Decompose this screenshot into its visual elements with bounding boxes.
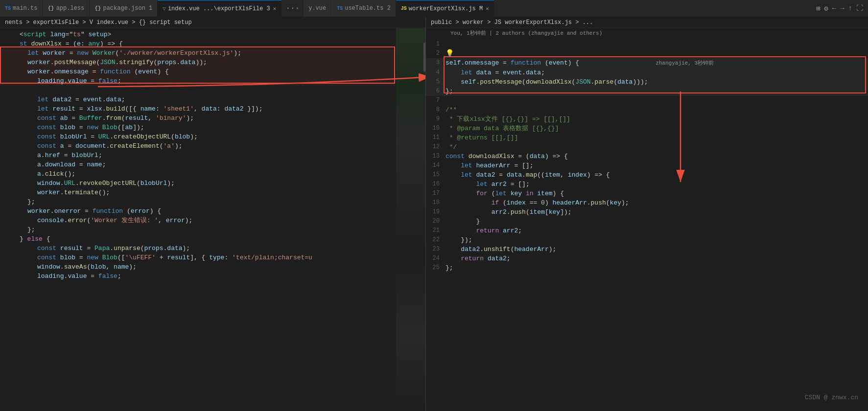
tab-worker-export[interactable]: JS workerExportXlsx.js M ✕ bbox=[396, 0, 494, 17]
code-line-r21: 21 return arr2; bbox=[426, 226, 868, 235]
code-line-r2: 2 💡 bbox=[426, 49, 868, 58]
right-code-area[interactable]: 1 2 💡 3 self.onmessage = function (event… bbox=[426, 38, 868, 411]
close-tab-worker[interactable]: ✕ bbox=[486, 5, 489, 12]
line-num-r10: 10 bbox=[426, 124, 444, 133]
vue-icon: ▽ bbox=[163, 5, 166, 12]
line-content-r17: for (let key in item) { bbox=[444, 189, 868, 198]
tab-y-vue[interactable]: y.vue bbox=[304, 0, 331, 17]
line-num bbox=[0, 151, 18, 160]
ts-icon: TS bbox=[5, 6, 11, 11]
line-content-r20: } bbox=[444, 217, 868, 226]
line-content-r9: * 下载xlsx文件 [{},{}] => [[],[]] bbox=[444, 114, 868, 124]
code-line: worker.postMessage(JSON.stringify(props.… bbox=[0, 58, 395, 67]
tab-index-vue[interactable]: ▽ index.vue ...\exportXlsFile 3 ✕ bbox=[158, 0, 282, 17]
line-num bbox=[0, 262, 18, 272]
split-editor-icon[interactable]: ⊞ bbox=[816, 4, 820, 13]
fullscreen-icon[interactable]: ⛶ bbox=[856, 4, 863, 12]
line-content-r3: self.onmessage = function (event) { zhan… bbox=[444, 58, 868, 68]
right-tabs: TS useTable.ts 2 JS workerExportXlsx.js … bbox=[332, 0, 494, 17]
line-num bbox=[0, 188, 18, 197]
minimap bbox=[396, 28, 425, 411]
code-line: const blobUrl = URL.createObjectURL(blob… bbox=[0, 132, 395, 141]
right-editor: public > worker > JS workerExportXlsx.js… bbox=[426, 17, 868, 411]
code-line-r19: 19 arr2.push(item[key]); bbox=[426, 207, 868, 217]
line-num-r5: 5 bbox=[426, 77, 444, 87]
line-num bbox=[0, 141, 18, 151]
line-num-r11: 11 bbox=[426, 133, 444, 142]
line-num bbox=[0, 197, 18, 206]
breadcrumb-text: nents > exportXlsFile > V index.vue > {}… bbox=[5, 19, 192, 26]
line-num bbox=[0, 225, 18, 234]
line-content: const a = document.createElement('a'); bbox=[18, 141, 395, 151]
line-num-r17: 17 bbox=[426, 189, 444, 198]
line-num bbox=[0, 132, 18, 141]
ts-icon-right: TS bbox=[337, 6, 343, 11]
less-icon: {} bbox=[47, 5, 54, 11]
tab-more-btn[interactable]: ··· bbox=[282, 0, 304, 17]
code-line-r4: 4 let data = event.data; bbox=[426, 68, 868, 77]
code-line-r5: 5 self.postMessage(downloadXlsx(JSON.par… bbox=[426, 77, 868, 87]
line-content-r6: }; bbox=[444, 87, 868, 96]
code-line-r20: 20 } bbox=[426, 217, 868, 226]
line-content: window.URL.revokeObjectURL(blobUrl); bbox=[18, 179, 395, 188]
line-content-r13: const downloadXlsx = (data) => { bbox=[444, 152, 868, 161]
line-num bbox=[0, 95, 18, 104]
line-content-r24: return data2; bbox=[444, 254, 868, 263]
blame-bar: You, 1秒钟前 | 2 authors (zhangyajie and ot… bbox=[426, 28, 868, 38]
line-content: const blobUrl = URL.createObjectURL(blob… bbox=[18, 132, 395, 141]
code-line bbox=[0, 86, 395, 95]
code-line: loading.value = false; bbox=[0, 272, 395, 281]
line-num-r20: 20 bbox=[426, 217, 444, 226]
left-lines: <script lang="ts" setup> st downXlsx = (… bbox=[0, 28, 425, 281]
more-icon: ··· bbox=[285, 4, 300, 13]
line-num bbox=[0, 58, 18, 67]
cloud-icon[interactable]: ↑ bbox=[848, 4, 852, 12]
line-num-r24: 24 bbox=[426, 254, 444, 263]
line-content: let worker = new Worker('./worker/worker… bbox=[18, 48, 395, 58]
line-num bbox=[0, 216, 18, 225]
code-line: st downXlsx = (e: any) => { bbox=[0, 39, 395, 48]
code-line-r23: 23 data2.unshift(headerArr); bbox=[426, 245, 868, 254]
code-line-r3: 3 self.onmessage = function (event) { zh… bbox=[426, 58, 868, 68]
tab-y-vue-label: y.vue bbox=[308, 5, 326, 12]
code-line: let worker = new Worker('./worker/worker… bbox=[0, 48, 395, 58]
close-tab-index-vue[interactable]: ✕ bbox=[273, 5, 277, 12]
code-line-r24: 24 return data2; bbox=[426, 254, 868, 263]
settings-icon[interactable]: ⚙ bbox=[824, 4, 828, 13]
tab-index-vue-label: index.vue ...\exportXlsFile 3 bbox=[168, 5, 270, 12]
back-icon[interactable]: ← bbox=[832, 4, 836, 12]
code-line: }; bbox=[0, 225, 395, 234]
json-icon: {} bbox=[94, 5, 101, 11]
watermark-text: CSDN @ znwx.cn bbox=[805, 394, 858, 401]
tab-app-less[interactable]: {} app.less bbox=[43, 0, 90, 17]
tab-usetable[interactable]: TS useTable.ts 2 bbox=[332, 0, 396, 17]
line-content: worker.onerror = function (error) { bbox=[18, 206, 395, 216]
line-content: const result = Papa.unparse(props.data); bbox=[18, 244, 395, 253]
line-content-r22: }); bbox=[444, 235, 868, 245]
tab-main-ts[interactable]: TS main.ts bbox=[0, 0, 43, 17]
left-breadcrumb: nents > exportXlsFile > V index.vue > {}… bbox=[0, 17, 425, 28]
code-line-r1: 1 bbox=[426, 40, 868, 49]
code-line: window.saveAs(blob, name); bbox=[0, 262, 395, 272]
code-line: worker.terminate(); bbox=[0, 188, 395, 197]
left-code-area[interactable]: <script lang="ts" setup> st downXlsx = (… bbox=[0, 28, 425, 411]
tab-package-json-label: package.json 1 bbox=[103, 5, 152, 12]
line-num bbox=[0, 253, 18, 262]
line-content-r1 bbox=[444, 40, 868, 49]
line-content: worker.terminate(); bbox=[18, 188, 395, 197]
tab-package-json[interactable]: {} package.json 1 bbox=[90, 0, 158, 17]
line-num bbox=[0, 104, 18, 114]
line-content: worker.postMessage(JSON.stringify(props.… bbox=[18, 58, 395, 67]
tab-bar: TS main.ts {} app.less {} package.json 1… bbox=[0, 0, 868, 17]
line-content: }; bbox=[18, 197, 395, 206]
line-content-r4: let data = event.data; bbox=[444, 68, 868, 77]
forward-icon[interactable]: → bbox=[840, 4, 844, 12]
code-line-r15: 15 let data2 = data.map((item, index) =>… bbox=[426, 170, 868, 180]
code-line: console.error('Worker 发生错误: ', error); bbox=[0, 216, 395, 225]
code-line: loading.value = false; bbox=[0, 76, 395, 86]
code-line-r12: 12 */ bbox=[426, 142, 868, 152]
tab-worker-export-label: workerExportXlsx.js M bbox=[409, 5, 483, 12]
line-num bbox=[0, 272, 18, 281]
code-line: a.download = name; bbox=[0, 160, 395, 169]
code-line: worker.onmessage = function (event) { bbox=[0, 67, 395, 76]
